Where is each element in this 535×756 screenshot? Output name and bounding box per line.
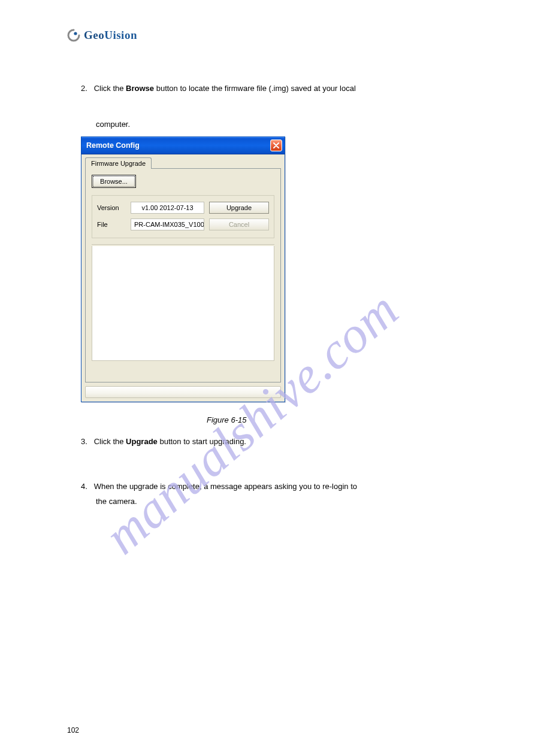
progress-bar	[85, 386, 281, 398]
instruction-step-4: 4. When the upgrade is complete, a messa…	[81, 482, 357, 491]
svg-point-0	[74, 32, 77, 35]
version-row: Version v1.00 2012-07-13 Upgrade	[97, 202, 269, 214]
upgrade-group: Version v1.00 2012-07-13 Upgrade File PR…	[92, 195, 274, 238]
titlebar-text: Remote Config	[86, 141, 140, 150]
cancel-button: Cancel	[209, 218, 269, 230]
version-label: Version	[97, 204, 126, 211]
file-label: File	[97, 221, 126, 228]
close-button[interactable]	[270, 139, 282, 151]
brand-name: GeoUision	[84, 29, 137, 42]
tab-strip: Firmware Upgrade	[81, 154, 285, 168]
figure-caption: Figure 6-15	[207, 415, 246, 424]
browse-button[interactable]: Browse...	[92, 175, 136, 188]
page-header: GeoUision	[67, 29, 137, 42]
close-icon	[273, 142, 279, 148]
page-number: 102	[67, 726, 79, 734]
upgrade-button[interactable]: Upgrade	[209, 202, 269, 214]
instruction-step-2-cont: computer.	[96, 120, 407, 129]
file-row: File PR-CAM-IMX035_V100_ Cancel	[97, 218, 269, 230]
instruction-step-2: 2. Click the Browse button to locate the…	[81, 84, 356, 93]
log-area	[92, 246, 274, 361]
file-field: PR-CAM-IMX035_V100_	[131, 218, 204, 230]
log-area-wrap	[92, 244, 274, 361]
instruction-step-4-cont: the camera.	[96, 497, 137, 506]
version-field: v1.00 2012-07-13	[131, 202, 204, 214]
remote-config-dialog: Remote Config Firmware Upgrade Browse...…	[81, 136, 285, 402]
tab-firmware-upgrade[interactable]: Firmware Upgrade	[85, 157, 152, 169]
tab-panel: Browse... Version v1.00 2012-07-13 Upgra…	[85, 168, 281, 382]
instruction-step-3: 3. Click the Upgrade button to start upg…	[81, 437, 246, 446]
geovision-logo-icon	[67, 29, 80, 42]
titlebar[interactable]: Remote Config	[81, 137, 285, 154]
